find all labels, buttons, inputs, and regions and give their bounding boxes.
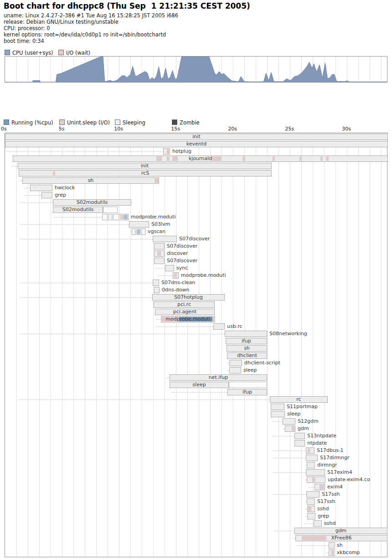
tree-connector [273,451,306,451]
process-label: S11portmap [287,404,318,410]
tree-connector [297,545,329,546]
process-label: XFree86 [295,535,387,541]
process-label: init [5,134,388,140]
bar-segment-io [167,149,170,154]
tree-connector [20,297,152,298]
time-tick-label: 5s [59,126,65,132]
process-row: S07discover [5,236,387,242]
process-label: discover [167,250,188,257]
process-label: sleep [170,382,229,388]
process-row: usb.rc [5,323,387,330]
process-bar [154,250,165,257]
tree-connector [54,217,102,218]
process-bar [163,148,170,155]
bar-segment-io [320,485,324,489]
bar-segment-io [174,273,177,278]
process-label: S12gdm [298,418,319,425]
state-legend-swatch [115,119,120,125]
process-row: XFree86 [5,535,387,541]
cpu-area-series [5,57,387,82]
bar-extension [229,382,267,388]
process-row: hwclock [5,185,387,191]
process-row: xkbcomp [5,550,387,556]
process-label: gdm [298,425,309,432]
process-bar [154,258,165,264]
process-row: modprobe.moduti [5,214,387,220]
process-label: S17dbus-1 [317,447,344,454]
process-bar [165,265,174,271]
tree-connector [308,487,315,487]
process-bar [285,425,295,432]
time-tick-label: 15s [171,126,180,132]
time-axis: 0s5s10s15s20s25s30s [5,126,387,132]
legend-label: Sleeping [123,119,145,126]
tree-connector [6,151,163,152]
process-row: ifup [5,389,387,395]
process-row: hotplug [5,148,387,155]
process-bar [213,323,225,330]
process-label: rcS [19,170,272,176]
process-row: grep [5,513,387,519]
bar-segment-io [308,507,311,511]
process-row: gdm [5,425,387,432]
process-row: dirmngr [5,462,387,468]
tree-connector [171,392,227,393]
process-bar [225,331,267,337]
tree-connector [158,275,173,276]
process-bar [306,469,325,476]
process-row: kjournald [5,156,387,162]
tree-connector [19,399,270,400]
process-gantt-chart: initkeventdhotplugkjournaldinitrcSshhwcl… [5,133,387,557]
tree-connector [20,283,153,283]
process-bar [306,491,320,498]
bar-segment-io [312,477,315,482]
state-legend-swatch [172,119,177,125]
process-label: S17ssh [322,491,340,498]
process-bar [129,221,149,228]
process-row: rcS [5,170,387,176]
tree-connector [272,436,294,436]
page-title: Boot chart for dhcppc8 (Thu Sep 1 21:21:… [4,1,250,10]
process-bar [294,433,305,439]
process-label: modprobe.moduti [161,316,215,322]
legend-item: Running (%cpu) [4,119,53,125]
process-label: S07discover [167,243,197,249]
process-label: sshd [324,520,335,527]
state-legend-swatch [59,119,65,125]
process-row: vgscan [5,228,387,235]
process-label: sh [227,345,267,352]
process-row: S08networking [5,331,387,337]
process-label: pci.rc [154,301,215,308]
process-row: sync [5,265,387,271]
process-label: rc [270,396,328,403]
cpu-usage-chart [5,56,387,83]
process-bar [154,287,160,293]
process-bar [307,462,315,468]
process-row: modprobe.moduti [5,316,387,322]
process-row: S02modutils [5,207,387,213]
bar-segment-io [157,251,161,256]
process-bar [307,513,315,519]
process-label: S13ntpdate [307,433,336,439]
bar-segment-io [331,550,335,555]
cpu-legend-swatch [5,50,10,55]
tree-connector [273,494,306,495]
process-bar [41,192,52,198]
process-bar [307,477,325,483]
process-label: sshd [317,506,329,512]
process-row: S03lvm [5,221,387,228]
process-row: S17ssh [5,491,387,498]
process-bar [294,440,305,446]
process-row: S11portmap [5,404,387,410]
process-bar [329,542,335,549]
bar-segment-lb [140,229,142,234]
process-label: hotplug [172,148,191,155]
process-label: ifup [226,338,267,344]
legend-item: Zombie [172,119,200,125]
process-label: S08networking [269,331,307,337]
process-bar [306,447,315,454]
process-label: sleep [287,411,300,417]
tree-connector [292,538,295,539]
process-row: S02modutils [5,199,387,206]
legend-label: Unint.sleep (I/O) [67,119,110,126]
